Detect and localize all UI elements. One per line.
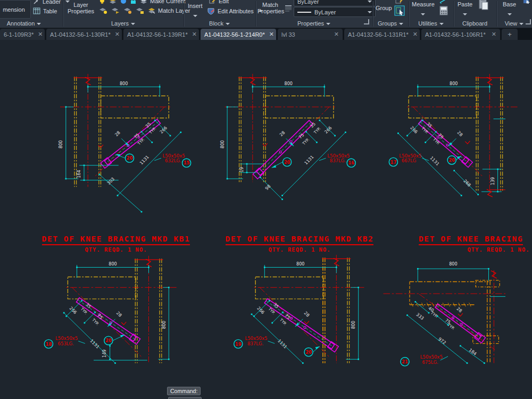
svg-text:18: 18 bbox=[45, 342, 52, 347]
file-tab[interactable]: A1-04132-56-1-214R0*✕ bbox=[201, 29, 276, 40]
svg-text:L50x50x5: L50x50x5 bbox=[163, 153, 185, 159]
svg-text:20: 20 bbox=[105, 338, 112, 343]
detail-kb1[interactable]: 8008002875TYP.35TYP.26611312015L50x50x56… bbox=[59, 74, 191, 213]
tab-close-icon[interactable]: ✕ bbox=[192, 31, 197, 38]
base-button[interactable]: Base bbox=[503, 1, 516, 19]
chevron-down-icon bbox=[193, 15, 197, 17]
measure-distance-icon[interactable] bbox=[439, 0, 448, 4]
layer-on-icon[interactable] bbox=[99, 7, 107, 14]
edit-attributes-icon bbox=[207, 7, 215, 15]
layer-thaw-icon[interactable] bbox=[123, 7, 132, 14]
panel-expander-icon[interactable] bbox=[364, 19, 369, 24]
detail-kb3[interactable]: 8002875TYP.35TYP.26611312017L50x50x5667L… bbox=[389, 74, 517, 197]
file-tab[interactable]: 6-1-109R3*✕ bbox=[0, 29, 45, 40]
layer-state-row-bottom: Match Layer bbox=[99, 7, 190, 14]
panel-block: Insert Edit Edit Attributes Block bbox=[184, 0, 255, 28]
svg-text:632LG.: 632LG. bbox=[165, 158, 181, 163]
measure-button[interactable]: Measure bbox=[412, 1, 435, 19]
file-tab[interactable]: A1-04132-56-1-131R1*✕ bbox=[344, 29, 420, 40]
layers-icon[interactable] bbox=[109, 0, 117, 4]
chevron-down-icon bbox=[368, 1, 372, 3]
file-tab[interactable]: A1-04132-56-1-130R1*✕ bbox=[46, 29, 122, 40]
tab-close-icon[interactable]: ✕ bbox=[269, 31, 274, 38]
svg-text:28: 28 bbox=[303, 310, 311, 318]
file-tab-label: A1-04132-56-1-131R1* bbox=[348, 31, 409, 38]
file-tab[interactable]: lvl 33✕ bbox=[278, 29, 343, 40]
new-tab-button[interactable]: + bbox=[502, 29, 518, 40]
svg-text:1131: 1131 bbox=[138, 154, 150, 166]
detail-title-kb3[interactable]: DET OF KNEE BRACING bbox=[419, 235, 532, 245]
svg-text:1131: 1131 bbox=[89, 338, 101, 350]
tab-close-icon[interactable]: ✕ bbox=[334, 31, 339, 38]
detail-kb5[interactable]: 8008002875TYP.35TYP.26611312019L50x50x58… bbox=[234, 255, 364, 364]
file-tab[interactable]: A1-04132-56-1-139R1*✕ bbox=[123, 29, 199, 40]
svg-text:800: 800 bbox=[296, 261, 304, 267]
properties-panel-label[interactable]: Properties bbox=[255, 20, 372, 27]
svg-text:28: 28 bbox=[115, 310, 123, 318]
block-edit-icon bbox=[209, 0, 216, 4]
light-bulb-icon[interactable] bbox=[99, 0, 105, 4]
svg-text:28: 28 bbox=[456, 130, 464, 137]
command-line-2[interactable]: Command: bbox=[168, 397, 202, 399]
detail-kb4[interactable]: 8008002875TYP.35TYP.26611312018L50x50x56… bbox=[44, 256, 176, 364]
tab-close-icon[interactable]: ✕ bbox=[492, 31, 496, 38]
groups-panel-label[interactable]: Groups bbox=[372, 20, 409, 27]
quick-calc-icon[interactable] bbox=[439, 6, 448, 15]
match-layer-icon bbox=[148, 7, 155, 14]
drawing-canvas[interactable]: 8008002875TYP.35TYP.26611312015L50x50x56… bbox=[0, 40, 532, 399]
lock-icon[interactable] bbox=[130, 0, 136, 4]
match-properties-button[interactable]: Match Properties bbox=[257, 2, 283, 14]
file-tab[interactable]: A1-01432-56-1-106R1*✕ bbox=[421, 29, 500, 40]
svg-text:800: 800 bbox=[120, 81, 128, 86]
svg-text:653LG.: 653LG. bbox=[58, 341, 74, 346]
detail-title-kb1[interactable]: DET OF KNEE BRACING MKD KB1 bbox=[37, 235, 195, 245]
svg-text:184: 184 bbox=[468, 347, 478, 356]
freeze-sphere-icon[interactable] bbox=[120, 0, 127, 4]
insert-button[interactable]: Insert bbox=[188, 3, 203, 20]
make-current-button[interactable]: Make Current bbox=[140, 0, 186, 4]
group-select-icon[interactable] bbox=[394, 5, 405, 16]
detail-kb2[interactable]: 8008002875TYP.35TYP.26611312016L50x50x58… bbox=[220, 74, 356, 200]
match-properties-icon[interactable] bbox=[285, 4, 292, 13]
layer-properties-button[interactable]: Layer Properties bbox=[65, 2, 97, 14]
color-control-dropdown[interactable]: ByLayer bbox=[294, 0, 376, 6]
panel-expander-icon[interactable] bbox=[526, 19, 531, 24]
detail-qty-kb3[interactable]: QTY. REQD. 1 NO. bbox=[419, 246, 532, 253]
file-tab-label: A1-04132-56-1-214R0* bbox=[204, 31, 265, 38]
dimension-button[interactable]: mension bbox=[0, 0, 31, 19]
file-tab-label: A1-04132-56-1-139R1* bbox=[127, 31, 188, 38]
chevron-down-icon bbox=[326, 23, 330, 25]
svg-text:20: 20 bbox=[284, 160, 290, 165]
panel-view: Base View bbox=[496, 0, 532, 28]
svg-text:75: 75 bbox=[284, 313, 292, 320]
detail-title-kb2[interactable]: DET OF KNEE BRACING MKD KB2 bbox=[221, 235, 378, 245]
panel-properties: Match Properties ByLayer ByLayer Propert… bbox=[255, 0, 372, 28]
block-edit-button[interactable]: Edit bbox=[209, 0, 229, 4]
linetype-control-dropdown[interactable]: ByLayer bbox=[294, 7, 376, 17]
paste-button[interactable]: Paste bbox=[458, 1, 472, 19]
edit-attributes-button[interactable]: Edit Attributes bbox=[207, 7, 263, 15]
group-button[interactable]: Group bbox=[376, 5, 392, 11]
utilities-panel-label[interactable]: Utilities bbox=[409, 20, 453, 27]
svg-text:149: 149 bbox=[102, 350, 107, 358]
svg-text:L50x50x5: L50x50x5 bbox=[245, 336, 267, 341]
layer-freeze-icon[interactable] bbox=[111, 7, 120, 14]
detail-qty-kb2[interactable]: QTY. REQD. 1 NO. bbox=[221, 246, 378, 253]
block-panel-label[interactable]: Block bbox=[184, 20, 255, 27]
svg-text:800: 800 bbox=[109, 261, 117, 267]
view-tool-icon[interactable] bbox=[523, 0, 531, 4]
table-button[interactable]: Table bbox=[33, 7, 57, 14]
group-edit-icon[interactable] bbox=[395, 0, 404, 4]
linetype-swatch bbox=[297, 12, 311, 13]
paste-icon[interactable] bbox=[479, 0, 488, 10]
layers-panel-label[interactable]: Layers bbox=[63, 20, 184, 27]
tab-close-icon[interactable]: ✕ bbox=[115, 31, 120, 38]
tab-close-icon[interactable]: ✕ bbox=[413, 31, 418, 38]
command-line[interactable]: Command: bbox=[167, 387, 201, 395]
detail-qty-kb1[interactable]: QTY. REQD. 1 NO. bbox=[37, 246, 195, 253]
annotation-panel-label[interactable]: Annotation bbox=[0, 20, 48, 27]
tab-close-icon[interactable]: ✕ bbox=[38, 31, 43, 38]
detail-kb6[interactable]: 80033340TYP.75TYP.2897218421L50x50x5675L… bbox=[384, 261, 506, 366]
layer-unlock-icon[interactable] bbox=[136, 7, 144, 14]
clipboard-panel-label[interactable]: Clipboard bbox=[453, 20, 496, 27]
